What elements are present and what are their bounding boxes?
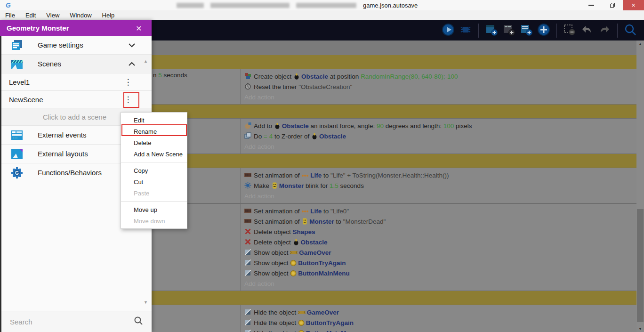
undo-button[interactable] xyxy=(580,24,594,38)
debug-button[interactable] xyxy=(459,24,473,38)
toolbar-separator xyxy=(556,24,557,38)
context-menu-item-add-a-new-scene[interactable]: Add a New Scene xyxy=(121,148,187,160)
scroll-down-icon[interactable]: ▼ xyxy=(636,325,644,332)
action-line[interactable]: Set animation of Life to "Life" + ToStri… xyxy=(244,170,635,181)
item-label: Level1 xyxy=(9,78,122,86)
item-label: NewScene xyxy=(9,96,122,104)
kebab-menu-icon[interactable]: ⋮ xyxy=(122,95,134,105)
scroll-up-icon[interactable]: ▲ xyxy=(636,40,644,47)
conditions-cell[interactable]: n 5 seconds xyxy=(152,69,241,104)
menu-edit[interactable]: Edit xyxy=(20,10,41,20)
add-external-events-button[interactable] xyxy=(519,24,533,38)
action-line[interactable]: Show object GameOver xyxy=(244,248,635,258)
action-line[interactable]: Delete object Shapes xyxy=(244,227,635,237)
animation-icon xyxy=(244,218,251,228)
chevron-down-icon[interactable] xyxy=(128,41,136,49)
menu-file[interactable]: File xyxy=(0,10,20,20)
menu-view[interactable]: View xyxy=(41,10,64,20)
action-line[interactable]: Add to Obstacle an instant force, angle:… xyxy=(244,121,635,131)
add-action-button[interactable]: Add action xyxy=(244,191,635,202)
add-action-button[interactable]: Add action xyxy=(244,142,635,152)
context-menu-item-delete[interactable]: Delete xyxy=(121,137,187,148)
add-action-button[interactable]: Add action xyxy=(244,279,635,289)
add-circle-icon xyxy=(537,23,550,38)
button-object-icon xyxy=(290,269,297,280)
add-object-icon xyxy=(485,23,498,38)
events-sheet: n 5 secondsCreate object Obstacle at pos… xyxy=(152,40,636,332)
redo-button[interactable] xyxy=(597,24,612,38)
conditions-cell[interactable] xyxy=(152,305,241,332)
action-line[interactable]: Hide the object GameOver xyxy=(244,308,635,318)
drawer-scroll-down-icon[interactable]: ▼ xyxy=(144,300,148,305)
context-menu-item-move-up[interactable]: Move up xyxy=(121,204,187,215)
play-button[interactable] xyxy=(441,24,455,38)
events-scrollbar[interactable]: ▲ ▼ xyxy=(636,40,644,332)
actions-cell: Add to Obstacle an instant force, angle:… xyxy=(241,119,636,154)
add-object-button[interactable] xyxy=(484,24,499,38)
scrollbar-thumb[interactable] xyxy=(637,209,644,322)
drawer-item-scenes[interactable]: Scenes xyxy=(1,55,152,73)
segment: Show object xyxy=(254,270,290,277)
action-line[interactable]: Create object Obstacle at position Rando… xyxy=(244,72,635,82)
item-label: Game settings xyxy=(38,41,128,49)
minimize-button[interactable] xyxy=(580,0,602,10)
add-circle-button[interactable] xyxy=(537,24,551,38)
comment-row[interactable] xyxy=(152,291,636,305)
visibility-icon xyxy=(244,269,251,280)
action-line[interactable]: Hide the object ButtonTryAgain xyxy=(244,318,635,328)
action-line[interactable]: Show object ButtonTryAgain xyxy=(244,258,635,268)
search-input[interactable] xyxy=(10,318,134,326)
comment-row[interactable] xyxy=(152,55,636,69)
action-line[interactable]: Delete object Obstacle xyxy=(244,237,635,248)
drawer-scroll-up-icon[interactable]: ▲ xyxy=(144,59,148,64)
menu-help[interactable]: Help xyxy=(97,10,120,20)
chevron-up-icon[interactable] xyxy=(128,60,136,68)
drawer-item-newscene[interactable]: NewScene⋮ xyxy=(1,91,152,108)
segment: seconds xyxy=(338,182,364,189)
kebab-menu-icon[interactable]: ⋮ xyxy=(122,77,134,87)
add-group-button[interactable] xyxy=(502,24,516,38)
actions-cell: Hide the object GameOverHide the object … xyxy=(241,305,636,332)
comment-row[interactable] xyxy=(152,105,636,118)
context-menu-item-edit[interactable]: Edit xyxy=(121,114,187,126)
context-menu-item-copy[interactable]: Copy xyxy=(121,165,187,176)
drawer-item-game-settings[interactable]: Game settings xyxy=(1,36,152,55)
action-line[interactable]: Hide the object ButtonMainMenu xyxy=(244,328,635,332)
segment: to Z-order of xyxy=(273,133,311,140)
action-line[interactable]: Reset the timer "ObstacleCreation" xyxy=(244,82,635,92)
search-button[interactable] xyxy=(623,24,637,38)
comment-row[interactable] xyxy=(152,154,636,168)
drawer-header: Geometry Monster × xyxy=(0,20,152,36)
object-name: Life xyxy=(310,172,322,179)
restore-button[interactable] xyxy=(602,0,623,10)
segment: degrees and length: xyxy=(384,122,443,130)
monster-object-icon xyxy=(271,182,278,192)
event-row: Set animation of Life to "Life0"Set anim… xyxy=(152,203,636,291)
actions-cell: Create object Obstacle at position Rando… xyxy=(241,69,636,104)
segment: RandomInRange(80, 640-80);-100 xyxy=(361,73,458,80)
object-name: ButtonMainMenu xyxy=(306,330,357,332)
remove-instance-button[interactable] xyxy=(563,24,577,38)
context-menu-item-cut[interactable]: Cut xyxy=(121,176,187,187)
segment: at position xyxy=(328,73,361,80)
event-row: Set animation of Life to "Life" + ToStri… xyxy=(152,168,636,203)
visibility-icon xyxy=(244,329,251,332)
action-line[interactable]: Set animation of Monster to "MonsterDead… xyxy=(244,217,635,227)
gameover-object-icon xyxy=(290,249,298,259)
context-menu-item-rename[interactable]: Rename xyxy=(121,126,187,137)
segment: an instant force, angle: xyxy=(309,122,377,130)
segment: 100 xyxy=(443,122,454,130)
action-line[interactable]: Set animation of Life to "Life0" xyxy=(244,206,635,217)
object-name: ButtonTryAgain xyxy=(306,319,354,326)
close-button[interactable]: × xyxy=(623,0,644,10)
drawer-close-icon[interactable]: × xyxy=(133,23,145,33)
segment: to xyxy=(322,208,330,215)
action-line[interactable]: Show object ButtonMainMenu xyxy=(244,268,635,279)
menu-window[interactable]: Window xyxy=(64,10,97,20)
drawer-item-level1[interactable]: Level1⋮ xyxy=(1,73,152,91)
action-line[interactable]: Do = 4 to Z-order of Obstacle xyxy=(244,131,635,142)
search-icon xyxy=(624,23,637,38)
search-icon[interactable] xyxy=(134,316,143,327)
action-line[interactable]: Make Monster blink for 1.5 seconds xyxy=(244,181,635,191)
add-action-button[interactable]: Add action xyxy=(244,92,635,103)
